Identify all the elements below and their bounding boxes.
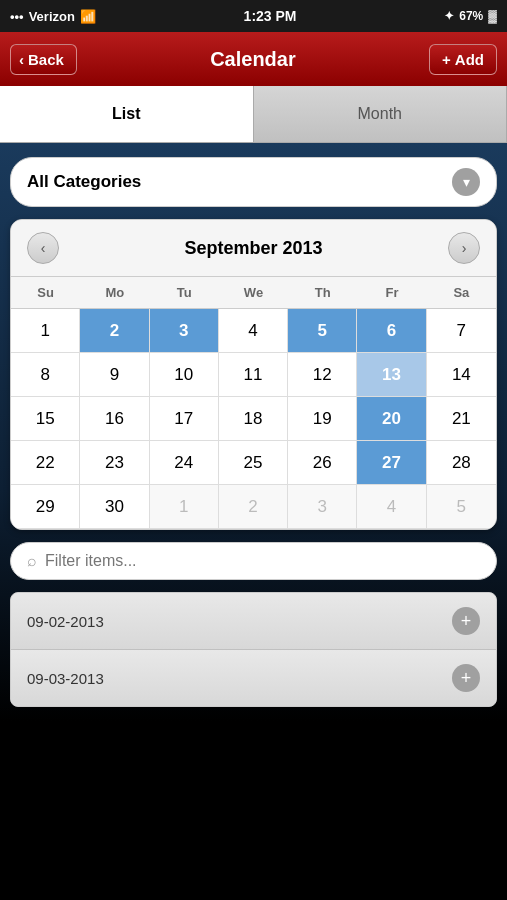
day-cell[interactable]: 17 bbox=[150, 397, 219, 441]
day-cell[interactable]: 3 bbox=[150, 309, 219, 353]
category-dropdown[interactable]: All Categories ▾ bbox=[10, 157, 497, 207]
tab-list[interactable]: List bbox=[0, 86, 254, 142]
next-icon: › bbox=[462, 240, 467, 256]
filter-input[interactable] bbox=[45, 552, 480, 570]
day-cell[interactable]: 19 bbox=[288, 397, 357, 441]
list-item-label: 09-02-2013 bbox=[27, 613, 104, 630]
prev-icon: ‹ bbox=[41, 240, 46, 256]
back-button[interactable]: ‹ Back bbox=[10, 44, 77, 75]
day-cell[interactable]: 4 bbox=[219, 309, 288, 353]
day-cell[interactable]: 25 bbox=[219, 441, 288, 485]
add-plus-icon: + bbox=[442, 51, 451, 68]
signal-dots: ••• bbox=[10, 9, 24, 24]
nav-bar: ‹ Back Calendar + Add bbox=[0, 32, 507, 86]
day-header-mo: Mo bbox=[80, 277, 149, 309]
calendar-prev-button[interactable]: ‹ bbox=[27, 232, 59, 264]
back-chevron-icon: ‹ bbox=[19, 51, 24, 68]
day-cell[interactable]: 3 bbox=[288, 485, 357, 529]
carrier-name: Verizon bbox=[29, 9, 75, 24]
day-cell[interactable]: 28 bbox=[427, 441, 496, 485]
day-cell[interactable]: 23 bbox=[80, 441, 149, 485]
day-cell[interactable]: 2 bbox=[219, 485, 288, 529]
day-cell[interactable]: 26 bbox=[288, 441, 357, 485]
calendar-grid: Su Mo Tu We Th Fr Sa 1 2 3 4 5 6 7 8 9 1… bbox=[11, 277, 496, 529]
add-button[interactable]: + Add bbox=[429, 44, 497, 75]
day-header-sa: Sa bbox=[427, 277, 496, 309]
day-header-we: We bbox=[219, 277, 288, 309]
day-cell[interactable]: 30 bbox=[80, 485, 149, 529]
day-cell[interactable]: 14 bbox=[427, 353, 496, 397]
battery-percent: 67% bbox=[459, 9, 483, 23]
status-bar: ••• Verizon 📶 1:23 PM ✦ 67% ▓ bbox=[0, 0, 507, 32]
list-item-label: 09-03-2013 bbox=[27, 670, 104, 687]
tab-bar: List Month bbox=[0, 86, 507, 143]
day-cell[interactable]: 18 bbox=[219, 397, 288, 441]
day-cell[interactable]: 27 bbox=[357, 441, 426, 485]
list-item-add-button[interactable]: + bbox=[452, 607, 480, 635]
dropdown-arrow-icon: ▾ bbox=[452, 168, 480, 196]
day-cell[interactable]: 29 bbox=[11, 485, 80, 529]
day-cell[interactable]: 2 bbox=[80, 309, 149, 353]
search-icon: ⌕ bbox=[27, 552, 37, 570]
day-cell[interactable]: 10 bbox=[150, 353, 219, 397]
day-header-tu: Tu bbox=[150, 277, 219, 309]
day-cell[interactable]: 21 bbox=[427, 397, 496, 441]
nav-title: Calendar bbox=[210, 48, 296, 71]
day-cell[interactable]: 16 bbox=[80, 397, 149, 441]
day-cell[interactable]: 5 bbox=[288, 309, 357, 353]
day-cell[interactable]: 1 bbox=[150, 485, 219, 529]
list-item[interactable]: 09-02-2013 + bbox=[11, 593, 496, 650]
day-cell[interactable]: 4 bbox=[357, 485, 426, 529]
day-header-fr: Fr bbox=[357, 277, 426, 309]
wifi-icon: 📶 bbox=[80, 9, 96, 24]
day-header-su: Su bbox=[11, 277, 80, 309]
day-cell[interactable]: 5 bbox=[427, 485, 496, 529]
day-cell[interactable]: 13 bbox=[357, 353, 426, 397]
day-cell[interactable]: 6 bbox=[357, 309, 426, 353]
battery-icon: ▓ bbox=[488, 9, 497, 23]
list-item[interactable]: 09-03-2013 + bbox=[11, 650, 496, 706]
day-cell[interactable]: 1 bbox=[11, 309, 80, 353]
calendar: ‹ September 2013 › Su Mo Tu We Th Fr Sa … bbox=[10, 219, 497, 530]
day-cell[interactable]: 20 bbox=[357, 397, 426, 441]
list-section: 09-02-2013 + 09-03-2013 + bbox=[10, 592, 497, 707]
calendar-header: ‹ September 2013 › bbox=[11, 220, 496, 277]
tab-month[interactable]: Month bbox=[254, 86, 508, 142]
calendar-month-title: September 2013 bbox=[184, 238, 322, 259]
day-cell[interactable]: 8 bbox=[11, 353, 80, 397]
calendar-next-button[interactable]: › bbox=[448, 232, 480, 264]
status-right: ✦ 67% ▓ bbox=[444, 9, 497, 23]
filter-bar: ⌕ bbox=[10, 542, 497, 580]
day-cell[interactable]: 11 bbox=[219, 353, 288, 397]
day-cell[interactable]: 7 bbox=[427, 309, 496, 353]
day-cell[interactable]: 15 bbox=[11, 397, 80, 441]
list-item-add-button[interactable]: + bbox=[452, 664, 480, 692]
back-label: Back bbox=[28, 51, 64, 68]
day-cell[interactable]: 12 bbox=[288, 353, 357, 397]
main-content: All Categories ▾ ‹ September 2013 › Su M… bbox=[0, 143, 507, 721]
status-carrier: ••• Verizon 📶 bbox=[10, 9, 96, 24]
day-header-th: Th bbox=[288, 277, 357, 309]
category-label: All Categories bbox=[27, 172, 141, 192]
add-label: Add bbox=[455, 51, 484, 68]
day-cell[interactable]: 24 bbox=[150, 441, 219, 485]
status-time: 1:23 PM bbox=[244, 8, 297, 24]
bluetooth-icon: ✦ bbox=[444, 9, 454, 23]
day-cell[interactable]: 9 bbox=[80, 353, 149, 397]
day-cell[interactable]: 22 bbox=[11, 441, 80, 485]
